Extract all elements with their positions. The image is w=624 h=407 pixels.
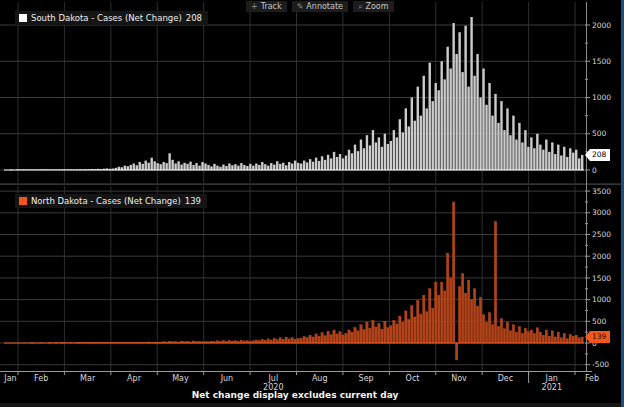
x-tick-label: Jan xyxy=(545,374,558,383)
last-value-badge-south-dakota: 208 xyxy=(585,149,610,161)
north-dakota-panel-y-tick: 2500 xyxy=(592,230,611,239)
footer-note: Net change display excludes current day xyxy=(0,390,590,400)
x-tick-label: May xyxy=(172,374,189,383)
legend-north-dakota-label: North Dakota - Cases (Net Change) xyxy=(31,196,181,206)
x-tick-label: Mar xyxy=(80,374,96,383)
legend-north-dakota-value: 139 xyxy=(185,196,201,206)
legend-south-dakota[interactable]: South Dakota - Cases (Net Change) 208 xyxy=(15,11,208,25)
south-dakota-panel-y-tick: 1500 xyxy=(592,57,611,66)
terminal-window: 0500100015002000-50005001000150020002500… xyxy=(0,0,624,407)
track-button[interactable]: + Track xyxy=(246,1,287,12)
south-dakota-panel-baseline xyxy=(4,170,584,171)
x-tick-label: Dec xyxy=(498,374,513,383)
south-dakota-panel-y-tick: 1000 xyxy=(592,93,611,102)
annotate-button-label: Annotate xyxy=(306,1,343,12)
magnifier-icon: ⌕ xyxy=(358,1,362,12)
chart-toolbar: + Track ✎ Annotate ⌕ Zoom xyxy=(246,1,394,12)
x-tick-label: Nov xyxy=(451,374,467,383)
x-tick-label: Feb xyxy=(585,374,599,383)
x-tick-label: Jul xyxy=(267,374,278,383)
x-tick-label: Jan xyxy=(3,374,16,383)
last-value-badge-north-dakota: 139 xyxy=(585,331,610,343)
south-dakota-panel-y-tick: 2000 xyxy=(592,21,611,30)
x-axis: JanFebMarAprMayJunJulAugSepOctNovDecJanF… xyxy=(0,372,599,393)
south-dakota-panel-y-tick: 0 xyxy=(592,166,597,175)
zoom-button[interactable]: ⌕ Zoom xyxy=(353,1,394,12)
bottom-strip xyxy=(0,403,624,407)
x-tick-label: Oct xyxy=(406,374,420,383)
panel-divider xyxy=(0,184,621,185)
north-dakota-panel-y-tick: 3500 xyxy=(592,187,611,196)
south-dakota-swatch xyxy=(19,14,27,22)
x-tick-label: Apr xyxy=(127,374,142,383)
south-dakota-panel: 0500100015002000 xyxy=(0,2,611,183)
x-tick-label: Sep xyxy=(359,374,374,383)
x-tick-label: Aug xyxy=(312,374,328,383)
legend-north-dakota[interactable]: North Dakota - Cases (Net Change) 139 xyxy=(15,194,207,208)
north-dakota-panel-y-tick: 1000 xyxy=(592,295,611,304)
x-tick-label: Feb xyxy=(34,374,48,383)
legend-south-dakota-value: 208 xyxy=(186,13,202,23)
north-dakota-panel-baseline xyxy=(4,343,584,344)
north-dakota-panel-y-tick: 2000 xyxy=(592,252,611,261)
pencil-icon: ✎ xyxy=(297,1,304,12)
north-dakota-panel-y-tick: 500 xyxy=(592,317,607,326)
north-dakota-panel-y-tick: -500 xyxy=(592,360,609,369)
north-dakota-panel-y-tick: 1500 xyxy=(592,274,611,283)
zoom-button-label: Zoom xyxy=(365,1,388,12)
x-tick-label: Jun xyxy=(220,374,234,383)
north-dakota-panel-y-tick: 3000 xyxy=(592,208,611,217)
annotate-button[interactable]: ✎ Annotate xyxy=(292,1,348,12)
north-dakota-swatch xyxy=(19,197,27,205)
track-button-label: Track xyxy=(261,1,282,12)
north-dakota-panel: -5000500100015002000250030003500 xyxy=(0,186,611,371)
north-dakota-panel-bars xyxy=(31,202,583,360)
legend-south-dakota-label: South Dakota - Cases (Net Change) xyxy=(31,13,182,23)
crosshair-icon: + xyxy=(251,1,258,12)
south-dakota-panel-y-tick: 500 xyxy=(592,129,607,138)
